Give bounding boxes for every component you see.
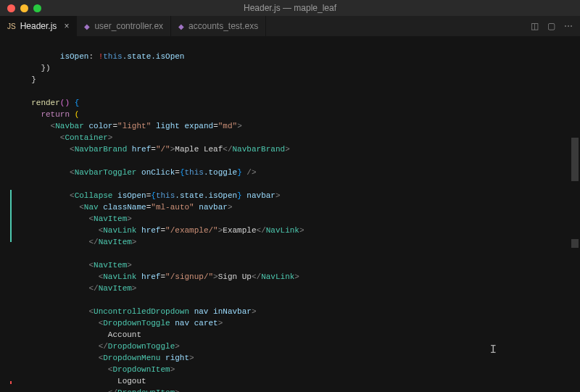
- minimap-region: [571, 138, 579, 181]
- code-token: inNavbar: [213, 307, 252, 316]
- code-token: NavbarBrand: [233, 145, 286, 154]
- diff-removed-bar: [10, 381, 12, 384]
- editor-actions: ◫ ▢ ⋯: [531, 16, 580, 36]
- more-actions-icon[interactable]: ⋯: [564, 21, 573, 31]
- minimap[interactable]: [570, 36, 580, 392]
- window-title: Header.js — maple_leaf: [244, 3, 336, 13]
- tab-label: accounts_test.exs: [188, 21, 258, 31]
- code-token: light: [156, 122, 180, 130]
- code-token: this: [156, 191, 175, 200]
- code-token: nav: [194, 307, 209, 316]
- tab-user-controller[interactable]: ◆ user_controller.ex: [77, 16, 171, 36]
- code-token: "ml-auto": [151, 203, 194, 212]
- split-editor-icon[interactable]: ◫: [531, 21, 539, 31]
- close-window-button[interactable]: [7, 4, 15, 12]
- code-token: navbar: [199, 203, 228, 212]
- code-area[interactable]: isOpen: !this.state.isOpen }) } render()…: [13, 36, 570, 392]
- preview-icon[interactable]: ▢: [547, 21, 555, 31]
- code-token: NavItem: [94, 261, 127, 270]
- code-token: NavLink: [266, 226, 299, 235]
- editor[interactable]: isOpen: !this.state.isOpen }) } render()…: [0, 36, 580, 392]
- code-token: isOpen: [117, 191, 146, 200]
- code-token: href: [141, 272, 160, 281]
- code-token: Logout: [117, 377, 146, 385]
- code-token: Collapse: [75, 191, 113, 200]
- code-token: .state.isOpen: [175, 191, 237, 200]
- gutter: [0, 36, 13, 392]
- code-token: Example: [223, 226, 256, 235]
- zoom-window-button[interactable]: [33, 4, 41, 12]
- code-token: NavbarBrand: [75, 145, 128, 154]
- code-token: .state.isOpen: [123, 52, 185, 61]
- code-token: Sign Up: [218, 272, 252, 281]
- code-token: DropdownItem: [117, 388, 175, 392]
- tab-accounts-test[interactable]: ◆ accounts_test.exs: [171, 16, 266, 36]
- code-token: navbar: [246, 191, 276, 200]
- elixir-icon: ◆: [178, 22, 184, 30]
- code-token: .toggle: [204, 168, 237, 177]
- code-token: className: [103, 203, 146, 212]
- code-token: color: [88, 122, 112, 130]
- code-token: NavbarToggler: [75, 168, 137, 177]
- code-token: "/example/": [165, 226, 218, 235]
- minimap-region: [571, 239, 579, 248]
- code-token: Nav: [84, 203, 99, 212]
- tab-header-js[interactable]: JS Header.js ×: [0, 16, 77, 36]
- elixir-icon: ◆: [84, 22, 90, 30]
- code-token: DropdownToggle: [108, 342, 175, 351]
- code-token: onClick: [141, 168, 175, 177]
- titlebar: Header.js — maple_leaf: [0, 0, 580, 16]
- code-token: NavItem: [99, 238, 132, 246]
- code-token: (): [60, 99, 70, 107]
- close-tab-icon[interactable]: ×: [64, 21, 69, 31]
- code-token: NavLink: [103, 272, 136, 281]
- code-token: isOpen: [60, 52, 89, 61]
- code-token: DropdownItem: [112, 365, 170, 374]
- js-icon: JS: [7, 22, 16, 30]
- code-token: right: [165, 354, 189, 362]
- tab-label: user_controller.ex: [94, 21, 163, 31]
- code-token: NavLink: [103, 226, 136, 235]
- code-token: "md": [218, 122, 237, 130]
- code-token: Navbar: [55, 122, 84, 130]
- code-token: DropdownToggle: [103, 319, 170, 328]
- minimize-window-button[interactable]: [20, 4, 28, 12]
- diff-added-bar: [10, 190, 12, 242]
- code-token: Maple Leaf: [175, 145, 223, 154]
- code-token: Container: [65, 133, 107, 142]
- window-controls: [0, 4, 41, 12]
- code-token: "light": [117, 122, 151, 130]
- tab-bar: JS Header.js × ◆ user_controller.ex ◆ ac…: [0, 16, 580, 36]
- code-token: nav: [175, 319, 189, 328]
- code-token: return: [41, 110, 70, 119]
- code-token: UncontrolledDropdown: [94, 307, 189, 316]
- code-token: NavItem: [94, 214, 127, 223]
- code-token: Account: [108, 330, 141, 339]
- text-cursor-icon: I: [489, 343, 497, 356]
- tab-label: Header.js: [20, 21, 57, 31]
- code-token: DropdownMenu: [103, 354, 160, 362]
- code-token: expand: [185, 122, 214, 130]
- code-token: NavItem: [99, 284, 132, 293]
- code-token: caret: [194, 319, 218, 328]
- code-token: href: [141, 226, 160, 235]
- code-token: "/": [156, 145, 170, 154]
- code-token: NavLink: [261, 272, 294, 281]
- code-token: this: [185, 168, 204, 177]
- code-token: this: [103, 52, 122, 61]
- code-token: "/signup/": [165, 272, 213, 281]
- code-token: href: [132, 145, 151, 154]
- code-token: render: [31, 99, 60, 107]
